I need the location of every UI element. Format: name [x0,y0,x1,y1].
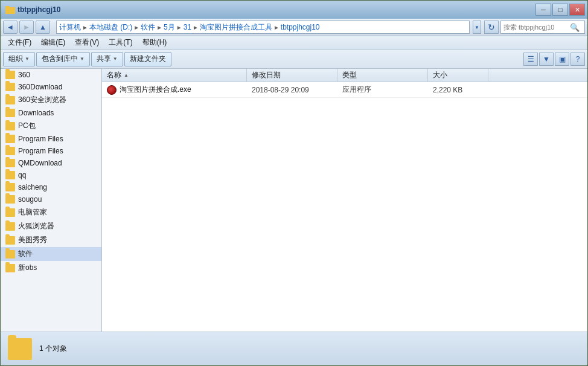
folder-icon [5,250,15,258]
col-header-date[interactable]: 修改日期 [247,69,337,82]
window-icon [5,5,15,14]
col-header-type[interactable]: 类型 [337,69,428,82]
sidebar-item-label: 火狐浏览器 [18,221,54,231]
include-button[interactable]: 包含到库中 ▼ [36,52,90,66]
sidebar-item-label: Program Files [18,147,63,155]
folder-icon [5,109,15,117]
menu-edit[interactable]: 编辑(E) [36,36,70,49]
minimize-button[interactable]: ─ [535,4,551,16]
sidebar-item-360browser[interactable]: 360安全浏览器 [1,93,101,107]
status-text: 1 个对象 [39,344,67,354]
breadcrumb-month[interactable]: 5月 [164,22,175,33]
table-row[interactable]: 淘宝图片拼接合成.exe 2018-08-29 20:09 应用程序 2,220… [102,82,587,98]
toolbar: 组织 ▼ 包含到库中 ▼ 共享 ▼ 新建文件夹 ☰ ▼ ▣ ? [1,50,587,69]
sidebar-item-label: Program Files [18,135,63,143]
folder-icon [5,147,15,155]
search-icon[interactable]: 🔍 [570,23,580,32]
col-name-label: 名称 [107,70,121,80]
menu-file[interactable]: 文件(F) [3,36,36,49]
organize-arrow: ▼ [25,56,30,62]
help-button[interactable]: ? [570,53,585,66]
sidebar-item-pcmanager[interactable]: 电脑管家 [1,205,101,219]
sidebar-item-360download[interactable]: 360Download [1,81,101,93]
search-input[interactable] [503,24,570,31]
sidebar-item-downloads[interactable]: Downloads [1,107,101,119]
breadcrumb-computer[interactable]: 计算机 [59,22,81,33]
sidebar-item-label: 电脑管家 [18,207,47,217]
breadcrumb-day[interactable]: 31 [184,23,191,31]
file-name-cell: 淘宝图片拼接合成.exe [102,82,247,97]
sidebar: 360 360Download 360安全浏览器 Downloads PC包 P… [1,69,102,332]
sidebar-item-software[interactable]: 软件 [1,247,101,261]
breadcrumb-tool[interactable]: 淘宝图片拼接合成工具 [200,22,272,33]
file-size: 2,220 KB [433,86,462,94]
view-options-button[interactable]: ☰ [523,53,538,66]
exe-icon [107,85,117,95]
sidebar-item-label: qq [18,171,26,179]
folder-icon [5,83,15,91]
sidebar-item-qq[interactable]: qq [1,169,101,181]
sidebar-item-label: QMDownload [18,159,62,167]
share-button[interactable]: 共享 ▼ [91,52,123,66]
sidebar-item-meitu[interactable]: 美图秀秀 [1,233,101,247]
sidebar-item-programfiles2[interactable]: Program Files [1,145,101,157]
sidebar-item-qmdownload[interactable]: QMDownload [1,157,101,169]
maximize-button[interactable]: □ [552,4,568,16]
sidebar-item-sougou[interactable]: sougou [1,193,101,205]
share-label: 共享 [97,54,111,64]
forward-button[interactable]: ► [19,21,34,34]
sidebar-item-newobs[interactable]: 新obs [1,261,101,275]
menu-help[interactable]: 帮助(H) [138,36,172,49]
refresh-button[interactable]: ↻ [484,21,499,34]
col-header-name[interactable]: 名称 ▲ [102,69,247,82]
col-type-label: 类型 [342,70,357,80]
close-button[interactable]: ✕ [569,4,585,16]
folder-icon [5,96,15,104]
status-bar: 1 个对象 [1,332,587,365]
breadcrumb-folder[interactable]: tbtppjhcgj10 [281,23,320,31]
sidebar-item-pc[interactable]: PC包 [1,119,101,133]
col-header-size[interactable]: 大小 [428,69,488,82]
menu-view[interactable]: 查看(V) [70,36,104,49]
include-label: 包含到库中 [42,54,78,64]
file-list: 名称 ▲ 修改日期 类型 大小 淘宝图片拼接合成.exe [102,69,587,332]
sidebar-item-label: Downloads [18,109,54,117]
sidebar-item-label: 新obs [18,263,37,273]
main-area: 360 360Download 360安全浏览器 Downloads PC包 P… [1,69,587,332]
sidebar-item-saicheng[interactable]: saicheng [1,181,101,193]
title-bar: tbtppjhcgj10 ─ □ ✕ [1,1,587,19]
breadcrumb-drive[interactable]: 本地磁盘 (D:) [89,22,132,33]
new-folder-label: 新建文件夹 [130,54,166,64]
folder-icon [5,135,15,143]
sidebar-item-firefox[interactable]: 火狐浏览器 [1,219,101,233]
sidebar-item-label: 美图秀秀 [18,235,47,245]
menu-tools[interactable]: 工具(T) [104,36,137,49]
address-dropdown-button[interactable]: ▼ [473,21,481,34]
back-button[interactable]: ◄ [3,21,18,34]
sidebar-item-label: PC包 [18,121,36,131]
title-bar-controls: ─ □ ✕ [535,4,585,16]
window-title: tbtppjhcgj10 [18,5,60,14]
file-size-cell: 2,220 KB [428,82,488,97]
folder-icon [5,183,15,191]
search-box: 🔍 [500,21,585,34]
folder-icon [5,122,15,130]
organize-label: 组织 [8,54,23,64]
folder-icon [5,195,15,204]
folder-icon [5,159,15,167]
sidebar-item-label: 360Download [18,83,62,91]
sidebar-item-360[interactable]: 360 [1,69,101,81]
view-icons: ☰ ▼ ▣ ? [523,53,585,66]
sidebar-item-label: sougou [18,195,42,204]
menu-bar: 文件(F) 编辑(E) 查看(V) 工具(T) 帮助(H) [1,36,587,50]
new-folder-button[interactable]: 新建文件夹 [124,52,171,66]
up-button[interactable]: ▲ [36,21,50,34]
file-type: 应用程序 [342,85,371,95]
organize-button[interactable]: 组织 ▼ [3,52,35,66]
sidebar-item-programfiles1[interactable]: Program Files [1,133,101,145]
title-bar-left: tbtppjhcgj10 [5,5,60,14]
view-dropdown-button[interactable]: ▼ [539,53,554,66]
breadcrumb-software[interactable]: 软件 [141,22,155,33]
status-folder-icon [8,338,32,360]
preview-button[interactable]: ▣ [555,53,569,66]
